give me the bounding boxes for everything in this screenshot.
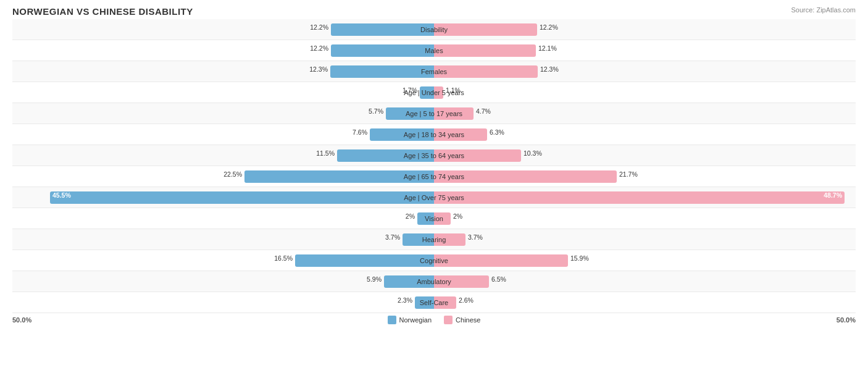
value-left: 45.5% [52,191,71,199]
bar-row: 22.5%21.7%Age | 65 to 74 years [12,166,856,187]
legend-box-norwegian [388,316,396,324]
bar-right-section: 6.3% [434,124,856,145]
bar-right: 2% [434,212,451,225]
value-right: 2.6% [459,296,474,304]
bar-left-section: 7.6% [12,124,434,145]
bar-right: 12.1% [434,44,536,57]
bar-right: 6.5% [434,275,489,288]
bar-left: 12.3% [330,65,434,78]
bar-left-section: 22.5% [12,166,434,187]
value-left: 5.7% [369,107,383,115]
value-right: 12.3% [540,65,559,73]
bar-left-section: 12.3% [12,61,434,82]
chart-title: NORWEGIAN VS CHINESE DISABILITY [12,6,856,17]
value-left: 1.7% [403,86,417,94]
bar-right: 4.7% [434,107,474,120]
bar-right-section: 4.7% [434,103,856,124]
bar-left: 16.5% [295,254,434,267]
bar-row: 16.5%15.9%Cognitive [12,250,856,271]
bar-left: 5.7% [386,107,434,120]
bar-left-section: 3.7% [12,229,434,250]
value-left: 12.3% [309,65,328,73]
bar-left: 11.5% [337,149,434,162]
legend-item-norwegian: Norwegian [388,316,432,324]
value-left: 11.5% [316,149,335,157]
value-left: 22.5% [223,170,242,178]
value-right: 6.5% [491,275,506,283]
bar-left: 5.9% [384,275,434,288]
value-right: 2% [453,212,462,220]
bar-row: 5.7%4.7%Age | 5 to 17 years [12,103,856,124]
bar-left: 45.5% [50,191,434,204]
bar-right-section: 1.1% [434,82,856,103]
bar-right-section: 12.3% [434,61,856,82]
bar-right: 12.2% [434,23,537,36]
source-label: Source: ZipAtlas.com [791,6,856,14]
value-right: 12.1% [538,44,557,52]
value-left: 3.7% [385,233,400,241]
value-right: 6.3% [490,128,504,136]
scale-right: 50.0% [837,316,856,324]
bar-left: 22.5% [244,170,434,183]
value-right: 12.2% [540,23,558,31]
bar-right-section: 15.9% [434,250,856,271]
bar-row: 12.3%12.3%Females [12,61,856,82]
bar-right-section: 10.3% [434,145,856,166]
chart-area: 12.2%12.2%Disability12.2%12.1%Males12.3%… [12,19,856,313]
bar-left: 1.7% [420,86,434,99]
bar-row: 1.7%1.1%Age | Under 5 years [12,82,856,103]
bar-right: 48.7% [434,191,845,204]
bar-row: 45.5%48.7%Age | Over 75 years [12,187,856,208]
value-left: 12.2% [310,44,328,52]
value-right: 48.7% [824,191,842,199]
bar-right-section: 3.7% [434,229,856,250]
bar-row: 2%2%Vision [12,208,856,229]
value-left: 16.5% [274,254,293,262]
bar-left: 3.7% [403,233,434,246]
footer-row: 50.0% Norwegian Chinese 50.0% [12,316,856,324]
bar-right: 1.1% [434,86,443,99]
bar-row: 3.7%3.7%Hearing [12,229,856,250]
value-right: 3.7% [468,233,483,241]
bar-right: 12.3% [434,65,538,78]
bar-right: 3.7% [434,233,465,246]
bar-right-section: 6.5% [434,271,856,292]
value-right: 4.7% [476,107,491,115]
bar-left-section: 2% [12,208,434,229]
bar-right: 6.3% [434,128,487,141]
legend-item-chinese: Chinese [444,316,480,324]
value-right: 10.3% [524,149,542,157]
bar-left-section: 12.2% [12,19,434,40]
bar-right-section: 48.7% [434,187,856,208]
value-left: 2.3% [398,296,412,304]
bar-row: 5.9%6.5%Ambulatory [12,271,856,292]
bar-right-section: 12.1% [434,40,856,61]
bar-row: 12.2%12.1%Males [12,40,856,61]
bar-left-section: 5.9% [12,271,434,292]
bar-right: 21.7% [434,170,617,183]
bar-left: 12.2% [331,23,434,36]
value-left: 5.9% [367,275,382,283]
bar-left: 2.3% [415,296,434,309]
bar-right: 10.3% [434,149,521,162]
value-left: 2% [406,212,415,220]
chart-container: NORWEGIAN VS CHINESE DISABILITY Source: … [0,0,868,378]
bar-left: 12.2% [331,44,434,57]
bar-left: 7.6% [370,128,434,141]
legend-label-norwegian: Norwegian [399,316,432,324]
bar-right: 2.6% [434,296,456,309]
bar-left-section: 5.7% [12,103,434,124]
bar-row: 11.5%10.3%Age | 35 to 64 years [12,145,856,166]
scale-left: 50.0% [12,316,31,324]
bar-row: 12.2%12.2%Disability [12,19,856,40]
bar-left-section: 45.5% [12,187,434,208]
value-right: 15.9% [570,254,589,262]
bar-right: 15.9% [434,254,568,267]
bar-right-section: 2.6% [434,292,856,313]
legend-label-chinese: Chinese [456,316,480,324]
bar-left-section: 12.2% [12,40,434,61]
bar-left-section: 2.3% [12,292,434,313]
legend: Norwegian Chinese [388,316,481,324]
value-left: 7.6% [353,128,367,136]
bar-right-section: 2% [434,208,856,229]
